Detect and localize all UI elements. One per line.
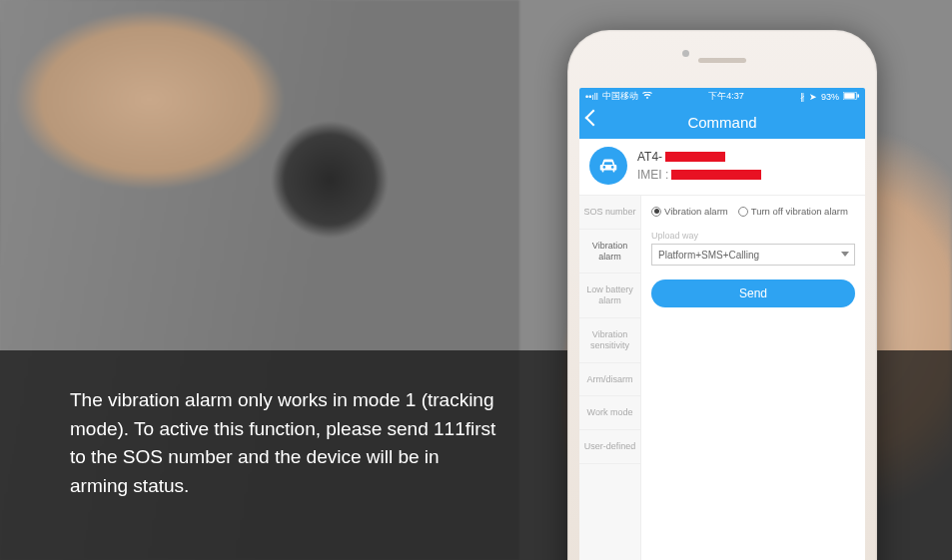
command-body: SOS number Vibration alarm Low battery a… [579,196,865,560]
svg-rect-1 [844,93,854,99]
bluetooth-icon: ∦ [800,92,805,102]
device-name-prefix: AT4- [637,148,662,166]
radio-off-label: Turn off vibration alarm [751,206,848,217]
app-screen: ••ıll 中国移动 下午4:37 ∦ ➤ 93% Command [579,88,865,560]
radio-vibration-off[interactable]: Turn off vibration alarm [738,206,848,217]
car-icon [589,147,627,185]
svg-rect-2 [857,94,859,97]
upload-way-label: Upload way [651,231,855,241]
imei-label: IMEI : [637,166,668,184]
sidebar-item-low-battery[interactable]: Low battery alarm [579,274,640,318]
sidebar-item-sos-number[interactable]: SOS number [579,196,640,230]
sidebar-item-vibration-alarm[interactable]: Vibration alarm [579,230,640,275]
radio-vibration-on[interactable]: Vibration alarm [651,206,728,217]
redaction-bar [665,152,725,162]
upload-way-select[interactable]: Platform+SMS+Calling [651,244,855,266]
signal-icon: ••ıll [585,92,598,102]
sidebar-item-work-mode[interactable]: Work mode [579,396,640,430]
phone-frame: ••ıll 中国移动 下午4:37 ∦ ➤ 93% Command [567,30,877,560]
nav-bar: Command [579,105,865,139]
command-content: Vibration alarm Turn off vibration alarm… [641,196,865,560]
phone-camera [682,50,689,57]
carrier-label: 中国移动 [602,90,638,103]
phone-speaker [698,58,746,63]
battery-percent: 93% [821,92,839,102]
back-icon[interactable] [585,110,602,127]
caption-text: The vibration alarm only works in mode 1… [70,386,499,500]
status-bar: ••ıll 中国移动 下午4:37 ∦ ➤ 93% [579,88,865,105]
status-time: 下午4:37 [708,90,744,103]
location-icon: ➤ [809,92,817,102]
vibration-radio-group: Vibration alarm Turn off vibration alarm [651,206,855,217]
sidebar-item-user-defined[interactable]: User-defined [579,430,640,464]
send-button-label: Send [739,286,767,300]
upload-way-value: Platform+SMS+Calling [658,250,759,261]
radio-dot-icon [651,207,661,217]
command-sidebar: SOS number Vibration alarm Low battery a… [579,196,641,560]
sidebar-item-arm-disarm[interactable]: Arm/disarm [579,363,640,397]
sidebar-item-vibration-sensitivity[interactable]: Vibration sensitivity [579,318,640,363]
radio-on-label: Vibration alarm [664,206,728,217]
device-header: AT4- IMEI : [579,139,865,196]
redaction-bar [671,170,761,180]
nav-title: Command [687,114,756,131]
send-button[interactable]: Send [651,280,855,307]
radio-dot-icon [738,207,748,217]
wifi-icon [642,92,652,102]
battery-icon [843,92,859,102]
